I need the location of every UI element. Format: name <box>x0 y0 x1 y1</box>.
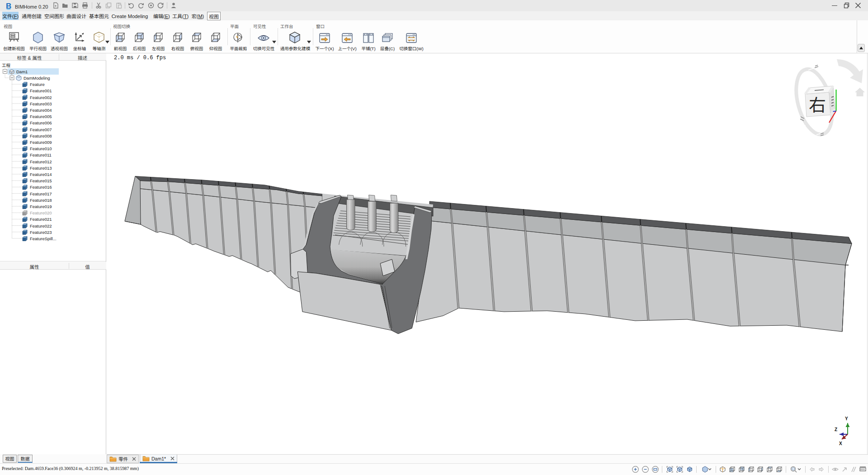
svg-text:右: 右 <box>809 91 826 116</box>
svg-text:Z: Z <box>835 427 837 432</box>
svg-text:X: X <box>839 441 842 446</box>
svg-text:Y: Y <box>845 416 848 421</box>
